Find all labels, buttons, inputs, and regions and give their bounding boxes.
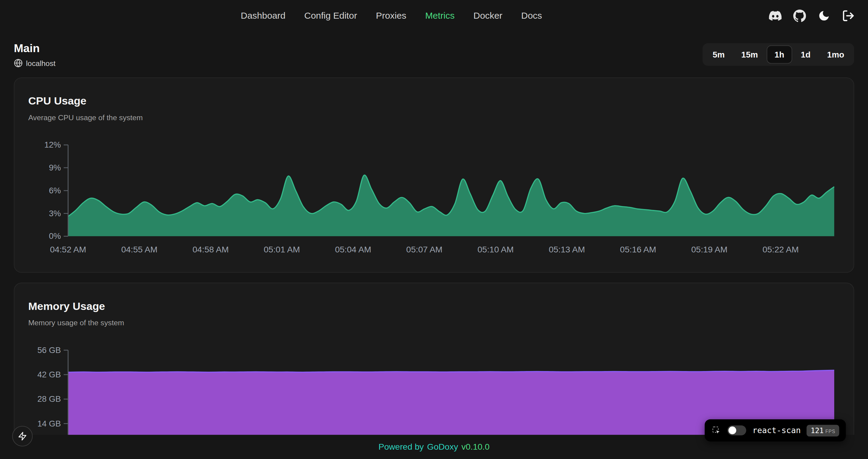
globe-icon	[14, 59, 23, 67]
header-icon-group	[769, 0, 855, 31]
hostname-label: localhost	[26, 59, 56, 67]
svg-text:14 GB: 14 GB	[37, 419, 61, 428]
svg-text:05:13 AM: 05:13 AM	[549, 244, 585, 254]
svg-text:6%: 6%	[49, 186, 61, 195]
nav-item-config-editor[interactable]: Config Editor	[304, 10, 357, 21]
svg-text:05:04 AM: 05:04 AM	[335, 244, 371, 254]
lightning-bolt-icon	[18, 432, 27, 441]
github-icon[interactable]	[793, 9, 806, 22]
svg-text:05:10 AM: 05:10 AM	[477, 244, 514, 254]
time-range-1mo[interactable]: 1mo	[819, 45, 852, 64]
version-label: v0.10.0	[461, 442, 490, 452]
top-navigation: Dashboard Config Editor Proxies Metrics …	[0, 0, 868, 31]
react-scan-label: react-scan	[752, 426, 801, 435]
react-scan-toolbar: react-scan 121 FPS	[705, 419, 846, 441]
svg-text:05:22 AM: 05:22 AM	[763, 244, 799, 254]
svg-text:12%: 12%	[44, 140, 61, 150]
cpu-usage-card: CPU Usage Average CPU usage of the syste…	[14, 77, 854, 272]
discord-icon[interactable]	[769, 9, 781, 22]
memory-card-title: Memory Usage	[28, 299, 840, 313]
svg-text:05:07 AM: 05:07 AM	[406, 244, 442, 254]
svg-text:3%: 3%	[49, 209, 61, 218]
fps-badge: 121 FPS	[807, 425, 839, 436]
react-scan-toggle[interactable]	[727, 425, 746, 435]
logout-icon[interactable]	[842, 9, 855, 22]
cpu-card-title: CPU Usage	[28, 93, 840, 108]
nav-item-dashboard[interactable]: Dashboard	[241, 10, 285, 21]
time-range-5m[interactable]: 5m	[705, 45, 733, 64]
fps-value: 121	[811, 426, 824, 435]
nav-item-metrics[interactable]: Metrics	[425, 10, 455, 21]
time-range-1d[interactable]: 1d	[793, 45, 818, 64]
dark-mode-moon-icon[interactable]	[818, 9, 830, 22]
svg-text:0%: 0%	[49, 231, 61, 241]
cpu-card-subtitle: Average CPU usage of the system	[28, 113, 840, 123]
cpu-usage-chart[interactable]: 12%9%6%3%0%04:52 AM04:55 AM04:58 AM05:01…	[28, 139, 840, 258]
svg-text:05:19 AM: 05:19 AM	[691, 244, 727, 254]
svg-text:56 GB: 56 GB	[37, 346, 61, 355]
time-range-1h[interactable]: 1h	[767, 45, 792, 64]
inspect-element-icon[interactable]	[712, 425, 721, 435]
nav-item-proxies[interactable]: Proxies	[376, 10, 406, 21]
toggle-knob	[728, 426, 736, 434]
svg-text:28 GB: 28 GB	[37, 394, 61, 403]
svg-text:04:55 AM: 04:55 AM	[121, 244, 157, 254]
host-row: localhost	[14, 59, 56, 67]
svg-text:05:01 AM: 05:01 AM	[264, 244, 300, 254]
time-range-15m[interactable]: 15m	[734, 45, 766, 64]
svg-text:04:58 AM: 04:58 AM	[193, 244, 229, 254]
powered-by-label: Powered by	[378, 442, 424, 452]
fps-unit: FPS	[826, 429, 835, 434]
nav-item-docker[interactable]: Docker	[473, 10, 502, 21]
memory-card-subtitle: Memory usage of the system	[28, 318, 840, 328]
page-header: Main localhost 5m 15m 1h 1d 1mo	[0, 31, 868, 67]
site-info: Main localhost	[14, 41, 56, 67]
godoxy-metrics-page: Dashboard Config Editor Proxies Metrics …	[0, 0, 868, 459]
svg-text:9%: 9%	[49, 163, 61, 172]
lightning-action-button[interactable]	[12, 426, 33, 446]
nav-item-docs[interactable]: Docs	[521, 10, 542, 21]
time-range-selector: 5m 15m 1h 1d 1mo	[703, 43, 855, 66]
main-nav: Dashboard Config Editor Proxies Metrics …	[0, 0, 783, 31]
svg-text:04:52 AM: 04:52 AM	[50, 244, 86, 254]
svg-text:05:16 AM: 05:16 AM	[620, 244, 656, 254]
svg-text:42 GB: 42 GB	[37, 370, 61, 379]
godoxy-link[interactable]: GoDoxy	[427, 442, 458, 452]
page-title: Main	[14, 41, 56, 56]
